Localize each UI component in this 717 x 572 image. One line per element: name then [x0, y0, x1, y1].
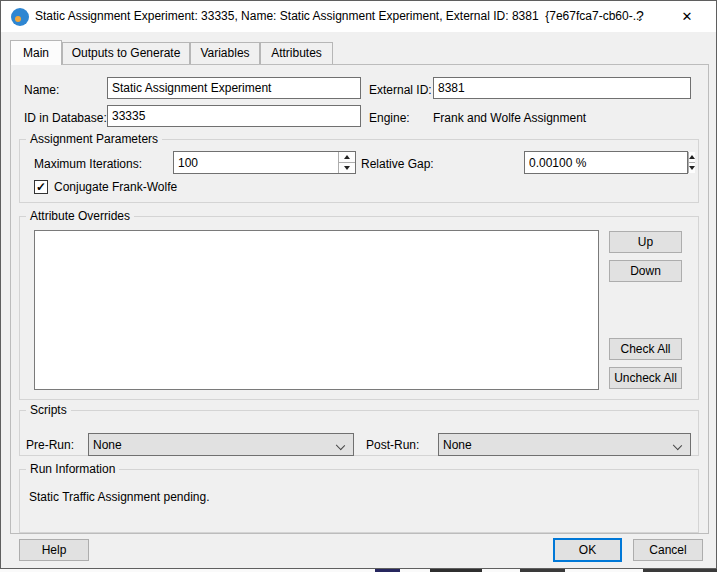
maximum-iterations-input[interactable] [174, 152, 338, 173]
engine-label: Engine: [369, 111, 410, 125]
name-label: Name: [24, 83, 59, 97]
attribute-overrides-list[interactable] [34, 230, 599, 390]
id-in-database-label: ID in Database: [24, 111, 107, 125]
title-bar[interactable]: Static Assignment Experiment: 33335, Nam… [1, 1, 716, 32]
ok-button[interactable]: OK [553, 538, 622, 562]
chevron-down-icon [673, 441, 682, 450]
app-icon-dot [15, 16, 21, 22]
spin-down-icon [344, 166, 350, 170]
down-button[interactable]: Down [609, 260, 682, 282]
tab-variables[interactable]: Variables [190, 42, 260, 64]
engine-value: Frank and Wolfe Assignment [433, 111, 586, 125]
post-run-value: None [443, 438, 472, 452]
spin-up-button[interactable] [339, 152, 355, 162]
chevron-down-icon [336, 441, 345, 450]
relative-gap-spinbox[interactable] [524, 151, 688, 174]
relative-gap-label: Relative Gap: [361, 157, 434, 171]
pre-run-value: None [93, 438, 122, 452]
spin-up-icon [689, 155, 695, 159]
window-title: Static Assignment Experiment: 33335, Nam… [35, 1, 643, 32]
attribute-overrides-title: Attribute Overrides [26, 209, 134, 223]
up-button[interactable]: Up [609, 231, 682, 253]
help-button[interactable]: Help [19, 539, 89, 561]
conjugate-frank-wolfe-label: Conjugate Frank-Wolfe [54, 180, 177, 194]
tab-main[interactable]: Main [10, 40, 62, 65]
run-status-text: Static Traffic Assignment pending. [29, 490, 210, 504]
external-id-label: External ID: [369, 83, 432, 97]
run-information-title: Run Information [26, 462, 119, 476]
relative-gap-input[interactable] [525, 152, 688, 173]
conjugate-frank-wolfe-checkbox[interactable]: ✓ Conjugate Frank-Wolfe [34, 180, 177, 194]
titlebar-help-button[interactable]: ? [625, 1, 655, 32]
spin-down-button[interactable] [339, 162, 355, 173]
screen: Static Assignment Experiment: 33335, Nam… [0, 0, 717, 572]
tab-attributes[interactable]: Attributes [260, 42, 333, 64]
post-run-dropdown[interactable]: None [438, 433, 691, 456]
pre-run-label: Pre-Run: [26, 438, 74, 452]
assignment-parameters-title: Assignment Parameters [26, 132, 162, 146]
checkbox-check-icon[interactable]: ✓ [34, 180, 48, 194]
close-icon[interactable]: ✕ [669, 1, 705, 32]
external-id-field[interactable] [433, 77, 691, 99]
id-in-database-field[interactable] [107, 105, 361, 127]
experiment-editor-dialog: Static Assignment Experiment: 33335, Nam… [0, 0, 717, 569]
maximum-iterations-spinbox[interactable] [173, 151, 356, 174]
tab-outputs-to-generate[interactable]: Outputs to Generate [62, 42, 190, 64]
app-icon [11, 8, 29, 26]
uncheck-all-button[interactable]: Uncheck All [609, 367, 682, 389]
cancel-button[interactable]: Cancel [633, 539, 703, 561]
pre-run-dropdown[interactable]: None [88, 433, 354, 456]
maximum-iterations-label: Maximum Iterations: [34, 157, 142, 171]
post-run-label: Post-Run: [366, 438, 419, 452]
scripts-title: Scripts [26, 403, 71, 417]
spin-up-button[interactable] [689, 152, 695, 162]
spin-down-icon [689, 166, 695, 170]
name-field[interactable] [107, 77, 361, 99]
check-all-button[interactable]: Check All [609, 338, 682, 360]
spin-down-button[interactable] [689, 162, 695, 173]
spin-up-icon [344, 155, 350, 159]
